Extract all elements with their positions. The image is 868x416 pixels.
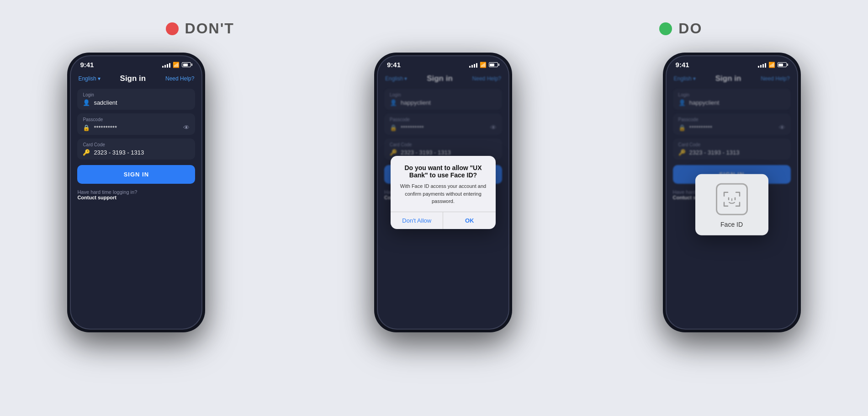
bar2	[760, 65, 762, 68]
signin-button-1[interactable]: SIGN IN	[77, 165, 195, 184]
lang-selector-3[interactable]: English ▾	[674, 75, 696, 82]
lock-icon-3: 🔒	[678, 124, 686, 131]
do-label: DO	[678, 20, 702, 37]
battery-1	[182, 62, 192, 67]
phone-do-faceid: 9:41 📶	[663, 53, 801, 332]
wifi-icon-1: 📶	[173, 62, 180, 68]
time-1: 9:41	[80, 61, 94, 69]
status-icons-1: 📶	[162, 62, 192, 68]
phone1-screen: 9:41 📶	[70, 55, 202, 330]
login-field-1[interactable]: Login 👤 sadclient	[77, 89, 195, 110]
dialog-actions: Don't Allow OK	[391, 212, 496, 229]
passcode-label-1: Passcode	[83, 117, 190, 122]
do-section: DO	[659, 20, 702, 37]
cardcode-value-1: 2323 - 3193 - 1313	[94, 149, 190, 156]
user-icon-1: 👤	[83, 99, 90, 106]
nav-help-1[interactable]: Need Help?	[165, 75, 194, 82]
status-bar-3: 9:41 📶	[666, 55, 798, 71]
support-link-1[interactable]: Contuct support	[77, 195, 116, 200]
eye-icon-3[interactable]: 👁	[779, 124, 785, 131]
dont-label: DON'T	[185, 20, 234, 37]
lock-icon-1: 🔒	[83, 124, 90, 131]
dialog-desc: With Face ID access your account and con…	[398, 182, 488, 205]
do-dot	[659, 22, 672, 35]
signal-bars-3	[758, 62, 766, 68]
phone-dont: 9:41 📶	[67, 53, 205, 332]
faceid-icon	[716, 183, 748, 215]
bar2	[164, 65, 166, 68]
status-icons-3: 📶	[758, 62, 788, 68]
bar1	[758, 66, 759, 68]
eye-icon-1[interactable]: 👁	[183, 124, 190, 131]
dialog-body: Do you want to allow "UX Bank" to use Fa…	[391, 156, 496, 212]
time-3: 9:41	[676, 61, 689, 69]
dialog-ok[interactable]: OK	[443, 212, 496, 229]
passcode-field-1[interactable]: Passcode 🔒 ********** 👁	[77, 113, 195, 135]
cardcode-row-1: 🔑 2323 - 3193 - 1313	[83, 149, 190, 156]
user-icon-3: 👤	[678, 99, 686, 106]
battery-3	[778, 62, 788, 67]
bar3	[167, 64, 168, 68]
faceid-label: Face ID	[720, 221, 743, 228]
bar4	[765, 63, 766, 68]
nav-bar-1: English ▾ Sign in Need Help?	[77, 71, 195, 89]
bar3	[762, 64, 764, 68]
login-label-1: Login	[83, 92, 190, 97]
bar1	[162, 66, 164, 68]
phone-do-dialog: 9:41 📶	[374, 53, 512, 332]
key-icon-1: 🔑	[83, 149, 90, 156]
nav-help-3[interactable]: Need Help?	[761, 75, 789, 82]
key-icon-3: 🔑	[678, 149, 686, 156]
footer-1: Have hard time logging in? Contuct suppo…	[77, 189, 195, 200]
nav-title-3: Sign in	[715, 74, 741, 83]
nav-title-1: Sign in	[120, 74, 146, 83]
login-row-1: 👤 sadclient	[83, 99, 190, 106]
passcode-row-1: 🔒 ********** 👁	[83, 124, 190, 131]
dont-section: DON'T	[166, 20, 234, 37]
login-field-3[interactable]: Login 👤 happyclient	[673, 89, 791, 110]
status-bar-1: 9:41 📶	[70, 55, 202, 71]
dialog-dont-allow[interactable]: Don't Allow	[391, 212, 444, 229]
bar4	[169, 63, 170, 68]
cardcode-field-1[interactable]: Card Code 🔑 2323 - 3193 - 1313	[77, 139, 195, 160]
passcode-field-3[interactable]: Passcode 🔒 ********** 👁	[673, 113, 791, 135]
lang-selector-1[interactable]: English ▾	[78, 75, 100, 82]
dialog-title: Do you want to allow "UX Bank" to use Fa…	[398, 164, 488, 179]
dont-dot	[166, 22, 179, 35]
wifi-icon-3: 📶	[768, 62, 775, 68]
passcode-value-1: **********	[94, 124, 180, 131]
faceid-dialog: Do you want to allow "UX Bank" to use Fa…	[391, 156, 496, 229]
nav-bar-3: English ▾ Sign in Need Help?	[673, 71, 791, 89]
cardcode-label-1: Card Code	[83, 142, 190, 147]
login-value-1: sadclient	[94, 99, 190, 106]
faceid-overlay: Face ID	[695, 174, 768, 235]
cardcode-field-3[interactable]: Card Code 🔑 2323 - 3193 - 1313	[673, 139, 791, 160]
signal-bars-1	[162, 62, 170, 68]
dialog-overlay: Do you want to allow "UX Bank" to use Fa…	[374, 53, 512, 332]
screen-1: English ▾ Sign in Need Help? Login 👤 sad…	[70, 71, 202, 330]
